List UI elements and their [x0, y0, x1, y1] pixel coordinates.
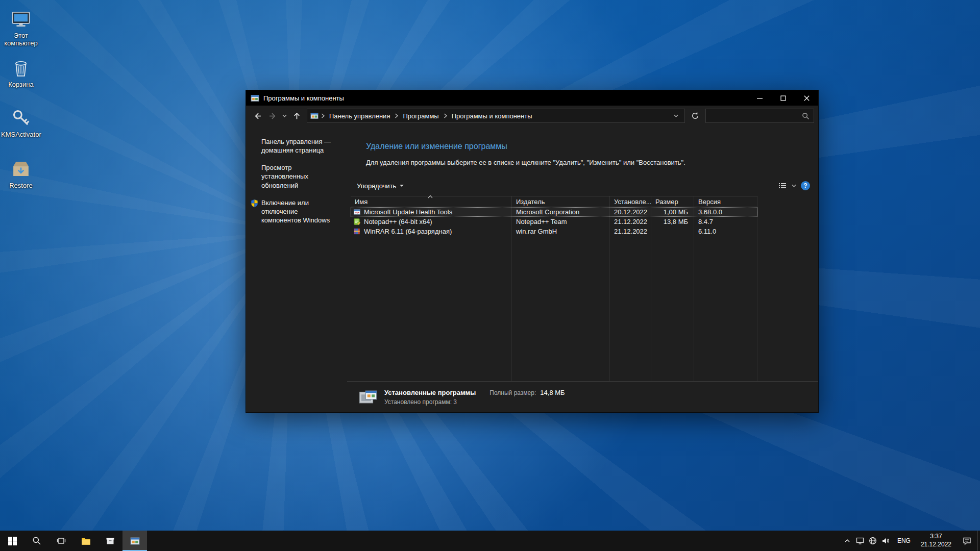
column-grid-line [609, 207, 610, 381]
taskbar-clock[interactable]: 3:37 21.12.2022 [916, 531, 957, 551]
close-icon [804, 95, 810, 101]
back-button[interactable] [250, 109, 264, 123]
clock-date: 21.12.2022 [921, 541, 951, 549]
action-center-icon [963, 537, 971, 545]
programs-and-features-taskbar-button[interactable] [122, 531, 147, 551]
address-bar: Панель управления Программы Программы и … [246, 106, 818, 126]
chevron-down-icon [674, 114, 678, 117]
help-icon: ? [803, 182, 807, 189]
close-button[interactable] [795, 90, 818, 106]
clock-time: 3:37 [930, 533, 942, 541]
command-bar: Упорядочить ? [352, 178, 810, 193]
breadcrumb-item-control-panel[interactable]: Панель управления [325, 112, 394, 120]
show-desktop-button[interactable] [977, 531, 980, 551]
program-installed-on: 21.12.2022 [610, 228, 651, 235]
action-center-button[interactable] [957, 531, 977, 551]
desktop-icon-this-pc[interactable]: Этот компьютер [1, 8, 41, 47]
status-group-title: Установленные программы [384, 389, 476, 396]
programs-list: Имя Издатель Установле... Размер Версия … [351, 196, 757, 381]
column-header-size[interactable]: Размер [651, 196, 694, 207]
program-publisher: win.rar GmbH [512, 228, 610, 235]
organize-label: Упорядочить [357, 182, 396, 190]
archive-box-icon [106, 536, 115, 545]
hidden-icons-button[interactable] [841, 531, 854, 551]
language-indicator[interactable]: ENG [892, 531, 916, 551]
column-header-installed[interactable]: Установле... [610, 196, 651, 207]
search-icon [802, 112, 810, 120]
taskbar-search-button[interactable] [24, 531, 49, 551]
recycle-bin-icon [10, 57, 32, 79]
status-programs-count: Установлено программ: 3 [384, 398, 565, 406]
status-size-label: Полный размер: [489, 389, 536, 396]
program-row-microsoft-update-health-tools[interactable]: Microsoft Update Health Tools Microsoft … [351, 207, 757, 217]
minimize-button[interactable] [748, 90, 771, 106]
column-grid-line [651, 207, 651, 381]
forward-icon [268, 112, 277, 120]
program-name-cell: Notepad++ (64-bit x64) [351, 218, 512, 226]
help-button[interactable]: ? [801, 181, 810, 190]
program-installed-on: 20.12.2022 [610, 208, 651, 216]
desktop-icon-label: Корзина [1, 81, 41, 88]
volume-tray-icon[interactable] [879, 531, 892, 551]
window-body: Панель управления — домашняя страница Пр… [246, 126, 818, 412]
window-titlebar[interactable]: Программы и компоненты [246, 90, 818, 106]
command-bar-right: ? [778, 181, 810, 190]
programs-and-features-icon [130, 536, 140, 546]
sidebar-item-view-installed-updates[interactable]: Просмотр установленных обновлений [261, 163, 339, 189]
column-grid-line [757, 207, 757, 381]
windows-logo-icon [8, 537, 17, 545]
display-tray-icon[interactable] [854, 531, 867, 551]
install-box-icon [10, 158, 32, 180]
breadcrumb[interactable]: Панель управления Программы Программы и … [307, 109, 685, 123]
program-publisher: Notepad++ Team [512, 218, 610, 226]
list-header-row: Имя Издатель Установле... Размер Версия [351, 196, 757, 207]
task-view-button[interactable] [49, 531, 74, 551]
chevron-down-icon [400, 185, 404, 187]
sidebar-item-windows-features[interactable]: Включение или отключение компонентов Win… [261, 198, 339, 224]
search-input[interactable] [710, 112, 802, 120]
refresh-button[interactable] [688, 109, 702, 123]
maximize-icon [780, 95, 786, 101]
change-view-button[interactable] [778, 182, 787, 190]
control-panel-icon [310, 112, 318, 120]
desktop-icon-kmsactivator[interactable]: KMSActivator [1, 107, 41, 138]
forward-button[interactable] [265, 109, 280, 123]
status-size-value: 14,8 МБ [540, 389, 565, 396]
up-icon [292, 112, 301, 120]
program-row-notepad-plus-plus[interactable]: Notepad++ (64-bit x64) Notepad++ Team 21… [351, 217, 757, 227]
program-installed-on: 21.12.2022 [610, 218, 651, 226]
desktop-icon-label: Restore [1, 182, 41, 189]
sort-ascending-icon [428, 192, 433, 200]
program-version: 8.4.7 [694, 218, 757, 226]
caption-buttons [748, 90, 818, 106]
breadcrumb-item-programs-features[interactable]: Программы и компоненты [448, 112, 536, 120]
file-explorer-button[interactable] [74, 531, 98, 551]
sidebar-item-control-panel-home[interactable]: Панель управления — домашняя страница [261, 137, 339, 155]
organize-button[interactable]: Упорядочить [352, 180, 408, 192]
start-button[interactable] [0, 531, 24, 551]
program-name: Microsoft Update Health Tools [364, 208, 452, 216]
uac-shield-icon [250, 199, 259, 208]
recent-pages-button[interactable] [281, 109, 288, 123]
details-status-bar: Установленные программы Полный размер: 1… [347, 381, 818, 412]
program-name: WinRAR 6.11 (64-разрядная) [364, 228, 452, 235]
address-dropdown-button[interactable] [671, 114, 681, 117]
monitor-icon [856, 537, 864, 544]
installer-app-button[interactable] [98, 531, 122, 551]
maximize-button[interactable] [771, 90, 795, 106]
system-tray: ENG 3:37 21.12.2022 [841, 531, 980, 551]
breadcrumb-item-programs[interactable]: Программы [399, 112, 443, 120]
search-box[interactable] [705, 109, 814, 123]
up-button[interactable] [289, 109, 304, 123]
desktop-icon-restore[interactable]: Restore [1, 158, 41, 189]
network-tray-icon[interactable] [867, 531, 879, 551]
minimize-icon [757, 95, 763, 101]
column-header-version[interactable]: Версия [694, 196, 757, 207]
column-grid-line [694, 207, 694, 381]
refresh-icon [691, 112, 699, 120]
notepad-plus-plus-icon [353, 218, 361, 226]
desktop-icon-recycle-bin[interactable]: Корзина [1, 57, 41, 88]
column-header-publisher[interactable]: Издатель [512, 196, 610, 207]
program-row-winrar[interactable]: WinRAR 6.11 (64-разрядная) win.rar GmbH … [351, 227, 757, 236]
view-options-dropdown[interactable] [792, 184, 796, 187]
